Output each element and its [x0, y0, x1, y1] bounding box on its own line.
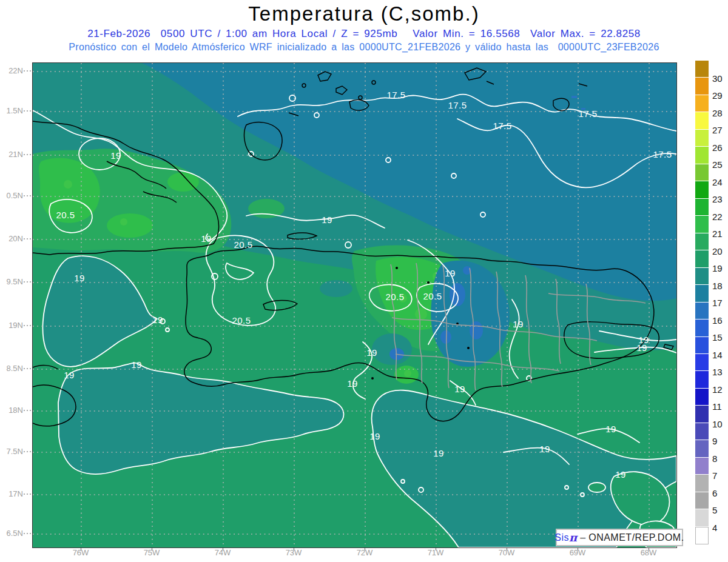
page-title: Temperatura (C,somb.)	[0, 2, 728, 25]
lat-label: 19N	[0, 321, 23, 330]
lat-tick	[24, 451, 32, 452]
colorbar-segment	[695, 216, 709, 232]
lat-label: 0.5N	[0, 191, 23, 200]
colorbar-segment	[695, 285, 709, 301]
colorbar-segment	[695, 527, 709, 544]
lat-tick	[24, 410, 32, 411]
colorbar-segment	[695, 199, 709, 215]
colorbar-label: 11	[712, 401, 722, 412]
colorbar-segment	[695, 164, 709, 181]
sispi-pi-icon: π	[569, 531, 577, 544]
colorbar-label: 27	[712, 125, 723, 135]
colorbar-label: 15	[712, 332, 723, 343]
lat-label: 22N	[0, 66, 23, 75]
colorbar-segment	[695, 319, 709, 336]
lat-tick	[24, 195, 32, 196]
colorbar-segment	[695, 147, 709, 163]
lat-tick	[24, 281, 32, 283]
lat-label: 1.5N	[0, 106, 23, 115]
lat-tick	[24, 533, 32, 534]
lat-label: 21N	[0, 150, 23, 159]
colorbar-segment	[695, 406, 709, 422]
colorbar-label: 17	[712, 298, 723, 308]
colorbar-label: 13	[712, 367, 723, 377]
credit-badge: Sisπ–ONAMET/REP.DOM.	[556, 529, 683, 546]
lat-label: 17N	[0, 489, 23, 498]
lat-tick	[24, 110, 32, 112]
colorbar-segment	[695, 492, 709, 509]
colorbar-label: 19	[712, 263, 723, 273]
temperature-colorbar	[695, 61, 709, 544]
lat-label: 6.5N	[0, 529, 23, 538]
colorbar-segment	[695, 509, 709, 526]
colorbar-segment	[695, 475, 709, 491]
colorbar-label: 22	[712, 212, 723, 222]
colorbar-label: 18	[712, 281, 723, 291]
lat-tick	[24, 70, 32, 72]
colorbar-segment	[695, 268, 709, 284]
colorbar-segment	[695, 112, 709, 129]
colorbar-segment	[695, 130, 709, 146]
temperature-map-canvas: 17.517.517.517.517.51920.51920.51920.519…	[32, 62, 677, 548]
colorbar-segment	[695, 458, 709, 474]
lat-tick	[24, 154, 32, 155]
colorbar-label: 14	[712, 350, 723, 360]
lat-tick	[24, 325, 32, 326]
colorbar-segment	[695, 371, 709, 387]
lat-label: 20N	[0, 234, 23, 243]
sispi-logo-text: Sis	[554, 532, 569, 543]
colorbar-label: 8	[712, 453, 717, 464]
colorbar-label: 4	[712, 523, 717, 533]
colorbar-label: 5	[712, 505, 717, 515]
colorbar-label: 12	[712, 384, 723, 395]
colorbar-label: 28	[712, 108, 723, 118]
lat-label: 18N	[0, 406, 23, 415]
colorbar-label: 7	[712, 470, 717, 481]
colorbar-segment	[695, 440, 709, 457]
colorbar-label: 6	[712, 488, 717, 498]
map-svg	[33, 63, 676, 547]
colorbar-label: 24	[712, 177, 723, 187]
colorbar-segment	[695, 337, 709, 353]
colorbar-segment	[695, 423, 709, 440]
lat-tick	[24, 238, 32, 239]
lat-label: 7.5N	[0, 447, 23, 456]
lat-label: 8.5N	[0, 364, 23, 373]
colorbar-label: 26	[712, 142, 723, 153]
colorbar-segment	[695, 389, 709, 405]
colorbar-segment	[695, 181, 709, 198]
colorbar-segment	[695, 61, 709, 77]
colorbar-label: 25	[712, 159, 723, 170]
colorbar-segment	[695, 250, 709, 267]
colorbar-label: 30	[712, 73, 723, 84]
colorbar-label: 9	[712, 436, 717, 446]
colorbar-segment	[695, 354, 709, 370]
colorbar-label: 21	[712, 229, 723, 239]
colorbar-label: 29	[712, 90, 723, 101]
colorbar-segment	[695, 303, 709, 319]
colorbar-label: 16	[712, 315, 723, 326]
forecast-valid-time-line: 21-Feb-2026 0500 UTC / 1:00 am Hora Loca…	[0, 28, 728, 40]
colorbar-segment	[695, 95, 709, 112]
model-init-line: Pronóstico con el Modelo Atmósferico WRF…	[0, 42, 728, 53]
colorbar-label: 20	[712, 246, 723, 256]
colorbar-segment	[695, 233, 709, 250]
lat-tick	[24, 368, 32, 369]
lat-label: 9.5N	[0, 277, 23, 286]
colorbar-label: 10	[712, 419, 723, 429]
credit-dash: –	[580, 532, 585, 543]
colorbar-segment	[695, 78, 709, 94]
weather-map-page: Temperatura (C,somb.) 21-Feb-2026 0500 U…	[0, 0, 728, 562]
colorbar-label: 23	[712, 194, 723, 204]
lat-tick	[24, 493, 32, 495]
agency-name: ONAMET/REP.DOM.	[588, 532, 684, 543]
